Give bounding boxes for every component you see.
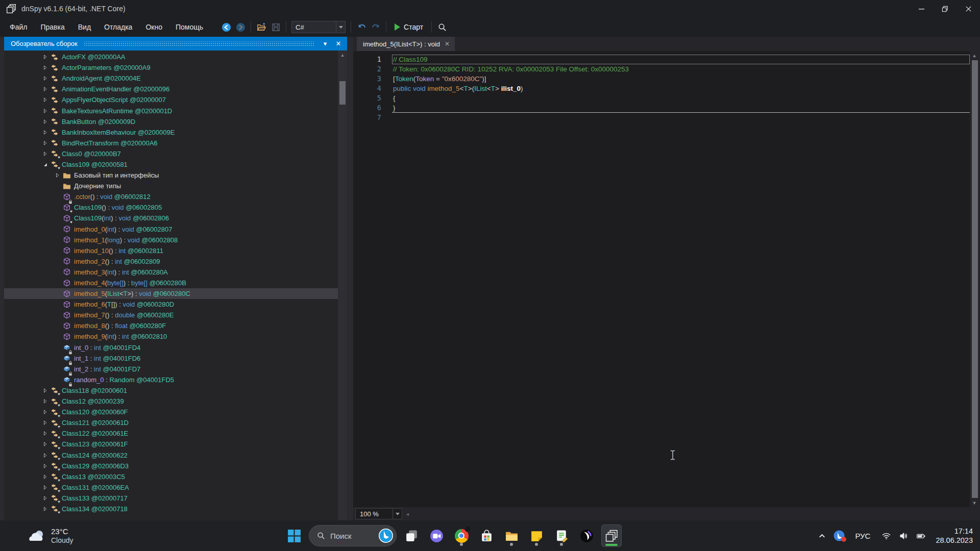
panel-close-icon[interactable]: ✕ bbox=[334, 39, 343, 48]
restore-icon[interactable] bbox=[933, 0, 957, 17]
tree-item[interactable]: int_2 : int @04001FD7 bbox=[4, 364, 338, 374]
tree-item[interactable]: ♥Class0 @020000B7 bbox=[4, 148, 338, 159]
tree-item[interactable]: BakeTexturesAtRuntime @0200001D bbox=[4, 105, 338, 116]
assembly-explorer-header[interactable]: Обозреватель сборок ▾ ✕ bbox=[4, 37, 347, 51]
tree-item[interactable]: ♥Class124 @02000622 bbox=[4, 449, 338, 460]
tree-item[interactable]: ♥Class123 @0200061F bbox=[4, 439, 338, 449]
tree-item[interactable]: imethod_0(int) : void @06002807 bbox=[4, 224, 338, 235]
menu-item-файл[interactable]: Файл bbox=[3, 20, 34, 34]
tree-item[interactable]: ♥Class109 @02000581 bbox=[4, 159, 338, 170]
search-assemblies-button[interactable] bbox=[435, 20, 449, 34]
tree-item[interactable]: imethod_4(byte[]) : byte[] @0600280B bbox=[4, 278, 338, 288]
tree-item[interactable]: ♥Class109(int) : void @06002806 bbox=[4, 213, 338, 223]
expander-open-icon[interactable] bbox=[41, 160, 50, 168]
tree-item[interactable]: imethod_8() : float @0600280F bbox=[4, 320, 338, 331]
taskbar-app-dnspy-icon[interactable] bbox=[601, 524, 622, 547]
horizontal-scrollbar[interactable]: ◂ bbox=[402, 507, 980, 520]
taskbar-app-store-icon[interactable] bbox=[476, 524, 497, 547]
expander-collapsed-icon[interactable] bbox=[41, 117, 50, 126]
navigate-forward-button[interactable] bbox=[233, 20, 248, 34]
chevron-down-icon[interactable] bbox=[336, 21, 345, 33]
menu-item-вид[interactable]: Вид bbox=[71, 20, 97, 34]
language-indicator[interactable]: РУС bbox=[849, 532, 876, 540]
expander-collapsed-icon[interactable] bbox=[41, 397, 50, 406]
taskbar-app-explorer-icon[interactable] bbox=[501, 524, 522, 547]
expander-collapsed-icon[interactable] bbox=[41, 386, 50, 394]
editor-scrollbar-thumb[interactable] bbox=[972, 60, 978, 498]
expander-collapsed-icon[interactable] bbox=[41, 96, 50, 104]
taskbar-app-meet-icon[interactable] bbox=[426, 524, 447, 547]
expander-collapsed-icon[interactable] bbox=[41, 64, 50, 72]
tree-item[interactable]: BindRectTransform @020000A6 bbox=[4, 138, 338, 148]
undo-button[interactable] bbox=[354, 20, 369, 34]
tree-item[interactable]: imethod_10() : int @06002811 bbox=[4, 245, 338, 256]
tree-item[interactable]: imethod_2() : int @06002809 bbox=[4, 256, 338, 267]
language-select[interactable]: C# bbox=[291, 21, 346, 33]
expander-collapsed-icon[interactable] bbox=[41, 53, 50, 61]
bing-icon[interactable] bbox=[378, 528, 394, 543]
tree-item[interactable]: ♥Class13 @020003C5 bbox=[4, 471, 338, 482]
scroll-left-icon[interactable]: ◂ bbox=[402, 511, 413, 517]
editor-scrollbar[interactable]: ▲ ▼ bbox=[970, 51, 980, 507]
code-line[interactable]: 3[Token(Token = "0x600280C")] bbox=[353, 74, 970, 84]
tree-scrollbar-thumb[interactable] bbox=[339, 81, 346, 105]
tree-item[interactable]: BankButton @0200009D bbox=[4, 116, 338, 127]
expander-collapsed-icon[interactable] bbox=[41, 74, 50, 83]
code-line[interactable]: 5{ bbox=[353, 93, 970, 103]
expander-collapsed-icon[interactable] bbox=[41, 139, 50, 147]
clock[interactable]: 17:14 28.06.2023 bbox=[936, 527, 973, 545]
expander-collapsed-icon[interactable] bbox=[53, 171, 62, 180]
taskbar-app-chrome-icon[interactable] bbox=[451, 524, 472, 547]
expander-collapsed-icon[interactable] bbox=[41, 430, 50, 438]
menu-item-отладка[interactable]: Отладка bbox=[97, 20, 139, 34]
battery-icon[interactable] bbox=[913, 527, 928, 544]
chevron-down-icon[interactable] bbox=[393, 509, 402, 519]
start-debug-button[interactable]: Старт bbox=[389, 21, 428, 33]
tree-item[interactable]: BankInboxItemBehaviour @0200009E bbox=[4, 127, 338, 138]
panel-menu-icon[interactable]: ▾ bbox=[321, 39, 330, 48]
expander-collapsed-icon[interactable] bbox=[41, 483, 50, 491]
weather-widget[interactable]: 23°C Cloudy bbox=[27, 527, 74, 545]
taskbar-search[interactable]: Поиск bbox=[309, 525, 397, 546]
scroll-down-icon[interactable]: ▼ bbox=[970, 498, 979, 507]
expander-collapsed-icon[interactable] bbox=[41, 419, 50, 427]
taskbar-app-sticky-note-icon[interactable] bbox=[526, 524, 547, 547]
tree-item[interactable]: AnimationEventHandler @02000096 bbox=[4, 84, 338, 94]
tree-item[interactable]: ♥Class133 @02000717 bbox=[4, 493, 338, 504]
tree-item[interactable]: int_1 : int @04001FD6 bbox=[4, 353, 338, 364]
tree-item[interactable]: ActorParameters @020000A9 bbox=[4, 62, 338, 73]
tree-scrollbar[interactable]: ▲ bbox=[338, 51, 347, 520]
tree-item[interactable]: imethod_7() : double @0600280E bbox=[4, 310, 338, 320]
tray-chevron-up-icon[interactable] bbox=[814, 527, 829, 544]
tree-item[interactable]: imethod_5(IList<T>) : void @0600280C bbox=[4, 288, 338, 299]
expander-collapsed-icon[interactable] bbox=[41, 107, 50, 115]
tree-item[interactable]: imethod_9(int) : int @06002810 bbox=[4, 331, 338, 342]
expander-collapsed-icon[interactable] bbox=[41, 505, 50, 513]
code-line[interactable]: 7 bbox=[353, 113, 970, 122]
tree-item[interactable]: Базовый тип и интерфейсы bbox=[4, 170, 338, 181]
tree-item[interactable]: imethod_6(T[]) : void @0600280D bbox=[4, 299, 338, 310]
notification-app-icon[interactable] bbox=[831, 527, 847, 544]
start-button[interactable] bbox=[284, 524, 304, 547]
taskbar-app-notepad-icon[interactable] bbox=[551, 524, 572, 547]
menu-item-помощь[interactable]: Помощь bbox=[169, 20, 210, 34]
tree-item[interactable]: ♥Class121 @0200061D bbox=[4, 417, 338, 428]
expander-collapsed-icon[interactable] bbox=[41, 149, 50, 158]
tree-item[interactable]: ♥Class120 @0200060F bbox=[4, 407, 338, 417]
code-line[interactable]: 4public void imethod_5<T>(IList<T> ilist… bbox=[353, 84, 970, 93]
expander-collapsed-icon[interactable] bbox=[53, 182, 62, 190]
expander-collapsed-icon[interactable] bbox=[41, 451, 50, 459]
tree-item[interactable]: ♥Class131 @020006EA bbox=[4, 482, 338, 493]
tree-item[interactable]: imethod_3(int) : int @0600280A bbox=[4, 267, 338, 278]
code-line[interactable]: 1// Class109 bbox=[353, 55, 970, 64]
tree-item[interactable]: ♥Class12 @02000239 bbox=[4, 396, 338, 407]
tab-imethod5[interactable]: imethod_5(IList<T>) : void ✕ bbox=[357, 37, 455, 51]
taskbar-app-task-view-icon[interactable] bbox=[401, 524, 422, 547]
tree-item[interactable]: ♥Class118 @02000601 bbox=[4, 385, 338, 396]
tree-item[interactable]: ♥Class129 @020006D3 bbox=[4, 461, 338, 471]
expander-collapsed-icon[interactable] bbox=[41, 462, 50, 470]
tree-item[interactable]: .cctor() : void @06002812 bbox=[4, 191, 338, 202]
tree-item[interactable]: int_0 : int @04001FD4 bbox=[4, 342, 338, 353]
expander-collapsed-icon[interactable] bbox=[41, 128, 50, 136]
expander-collapsed-icon[interactable] bbox=[41, 440, 50, 448]
